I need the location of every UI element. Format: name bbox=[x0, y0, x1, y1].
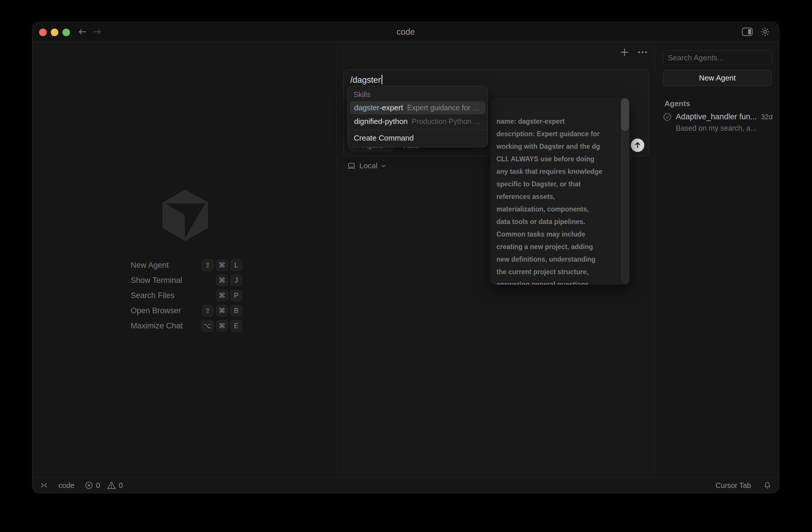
search-agents-input[interactable] bbox=[663, 51, 772, 65]
shortcut-label: Search Files bbox=[131, 291, 216, 300]
bell-icon bbox=[763, 481, 771, 490]
shortcut-open-browser[interactable]: Open Browser ⇧ ⌘ B bbox=[131, 305, 242, 316]
shortcut-label: Open Browser bbox=[131, 306, 202, 315]
warning-count: 0 bbox=[119, 481, 123, 490]
notifications-button[interactable] bbox=[763, 481, 771, 490]
editor-pane: New Agent ⇧ ⌘ L Show Terminal ⌘ J Search… bbox=[32, 41, 337, 477]
error-count: 0 bbox=[96, 481, 100, 490]
key-cmd: ⌘ bbox=[216, 274, 228, 286]
arrow-up-icon bbox=[634, 141, 642, 149]
new-agent-button[interactable]: New Agent bbox=[663, 70, 772, 86]
check-circle-icon bbox=[663, 113, 672, 121]
cursor-cube-logo bbox=[162, 190, 208, 241]
skill-name: dignified-python bbox=[354, 117, 408, 126]
skills-dropdown: Skills dagster-expert Expert guidance fo… bbox=[347, 86, 488, 147]
agents-section-title: Agents bbox=[664, 99, 690, 108]
agents-sidebar: New Agent Agents Adaptive_handler fun...… bbox=[655, 41, 779, 477]
zoom-button[interactable] bbox=[62, 29, 70, 36]
shortcut-list: New Agent ⇧ ⌘ L Show Terminal ⌘ J Search… bbox=[131, 259, 242, 332]
skill-description: Expert guidance for wo... bbox=[407, 103, 481, 112]
toggle-sidebar-button[interactable] bbox=[742, 27, 753, 36]
laptop-icon bbox=[347, 163, 356, 169]
environment-label: Local bbox=[359, 161, 377, 170]
shortcut-new-agent[interactable]: New Agent ⇧ ⌘ L bbox=[131, 259, 242, 271]
skill-preview-text: name: dagster-expert description: Expert… bbox=[496, 115, 615, 285]
forward-button[interactable] bbox=[91, 27, 103, 37]
settings-button[interactable] bbox=[760, 27, 770, 37]
shortcut-label: Show Terminal bbox=[131, 276, 216, 285]
scrollbar-track[interactable] bbox=[621, 98, 629, 284]
key-letter: J bbox=[230, 274, 242, 286]
text-caret bbox=[381, 75, 382, 84]
new-chat-button[interactable] bbox=[619, 47, 630, 58]
create-command-item[interactable]: Create Command bbox=[348, 130, 488, 147]
shortcut-maximize-chat[interactable]: Maximize Chat ⌥ ⌘ E bbox=[131, 320, 242, 332]
key-cmd: ⌘ bbox=[216, 305, 228, 316]
scrollbar-thumb[interactable] bbox=[621, 98, 629, 131]
agent-list-item[interactable]: Adaptive_handler fun... 32d Based on my … bbox=[663, 112, 773, 132]
more-options-button[interactable] bbox=[638, 51, 648, 54]
chat-pane: /dagster ∞ Agent Auto bbox=[337, 41, 655, 477]
skill-description: Production Python c... bbox=[412, 117, 481, 126]
sidebar-panel-icon bbox=[742, 27, 753, 36]
key-cmd: ⌘ bbox=[216, 259, 228, 271]
arrow-right-icon bbox=[93, 29, 102, 35]
app-window: code New Agent bbox=[32, 22, 779, 493]
remote-indicator-button[interactable] bbox=[40, 481, 48, 489]
minimize-button[interactable] bbox=[51, 29, 58, 36]
key-letter: E bbox=[230, 320, 242, 332]
shortcut-label: Maximize Chat bbox=[131, 321, 201, 330]
warning-icon bbox=[107, 481, 116, 489]
skills-header: Skills bbox=[348, 86, 488, 101]
skill-preview-panel: name: dagster-expert description: Expert… bbox=[490, 98, 630, 285]
cursor-tab-button[interactable]: Cursor Tab bbox=[715, 481, 751, 490]
chat-input-value: /dagster bbox=[350, 75, 382, 85]
shortcut-show-terminal[interactable]: Show Terminal ⌘ J bbox=[131, 274, 242, 286]
key-cmd: ⌘ bbox=[216, 290, 228, 301]
key-option: ⌥ bbox=[201, 320, 214, 332]
environment-select[interactable]: Local bbox=[347, 161, 386, 170]
window-title: code bbox=[32, 22, 779, 41]
key-shift: ⇧ bbox=[202, 305, 214, 316]
traffic-lights bbox=[39, 29, 70, 36]
back-button[interactable] bbox=[76, 27, 89, 37]
key-letter: B bbox=[230, 305, 242, 316]
error-icon bbox=[85, 481, 93, 489]
skill-name: dagster-expert bbox=[354, 103, 403, 112]
agent-title: Adaptive_handler fun... bbox=[676, 112, 757, 121]
key-cmd: ⌘ bbox=[216, 320, 228, 332]
plus-icon bbox=[619, 47, 630, 58]
send-button[interactable] bbox=[631, 139, 644, 152]
agent-age: 32d bbox=[761, 113, 773, 121]
key-letter: P bbox=[230, 290, 242, 301]
skill-item-dignified-python[interactable]: dignified-python Production Python c... bbox=[350, 115, 485, 128]
key-letter: L bbox=[230, 259, 242, 271]
skill-item-dagster-expert[interactable]: dagster-expert Expert guidance for wo... bbox=[350, 101, 485, 114]
statusbar: code 0 0 Cursor Tab bbox=[32, 477, 779, 493]
chevron-down-icon bbox=[381, 164, 386, 168]
remote-icon bbox=[40, 481, 48, 489]
key-shift: ⇧ bbox=[202, 259, 214, 271]
titlebar: code bbox=[32, 22, 779, 41]
shortcut-label: New Agent bbox=[131, 261, 202, 270]
gear-icon bbox=[760, 27, 770, 37]
ellipsis-icon bbox=[638, 51, 648, 54]
agent-subtitle: Based on my search, a... bbox=[676, 124, 773, 132]
problems-button[interactable]: 0 0 bbox=[85, 481, 127, 490]
shortcut-search-files[interactable]: Search Files ⌘ P bbox=[131, 290, 242, 301]
workspace-name: code bbox=[59, 481, 74, 490]
close-button[interactable] bbox=[39, 29, 47, 36]
arrow-left-icon bbox=[78, 29, 87, 35]
